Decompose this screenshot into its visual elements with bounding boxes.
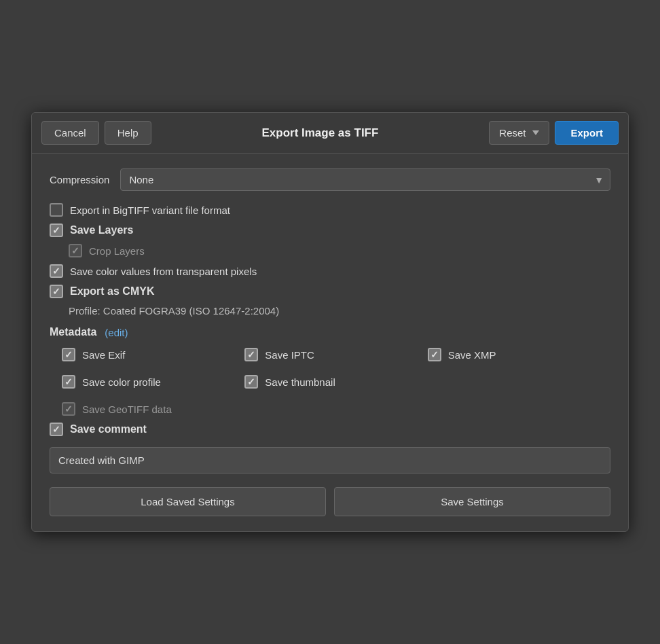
export-cmyk-row: Export as CMYK [50,285,610,298]
crop-layers-label: Crop Layers [89,245,145,257]
bigtiff-row: Export in BigTIFF variant file format [50,203,610,217]
crop-layers-row: Crop Layers [69,244,610,257]
bigtiff-checkbox[interactable] [50,203,63,217]
bigtiff-label: Export in BigTIFF variant file format [70,204,230,216]
save-xmp-row: Save XMP [428,348,610,361]
save-exif-row: Save Exif [62,348,244,361]
save-layers-checkbox[interactable] [50,223,63,237]
save-geotiff-label: Save GeoTIFF data [82,404,172,415]
save-xmp-label: Save XMP [448,349,496,361]
dialog-title: Export Image as TIFF [157,126,484,140]
save-geotiff-checkbox[interactable] [62,402,75,416]
save-iptc-row: Save IPTC [244,348,427,361]
save-settings-button[interactable]: Save Settings [334,487,610,516]
compression-row: Compression None LZW JPEG Deflate PackBi… [50,168,610,191]
compression-select-wrapper: None LZW JPEG Deflate PackBits ▼ [120,168,610,191]
compression-select[interactable]: None LZW JPEG Deflate PackBits [120,168,610,191]
metadata-header: Metadata (edit) [50,326,610,338]
compression-label: Compression [50,174,109,185]
reset-label: Reset [499,127,526,139]
export-cmyk-checkbox[interactable] [50,285,63,298]
comment-input[interactable] [50,447,610,473]
save-thumbnail-row: Save thumbnail [244,375,427,389]
metadata-grid-row2: Save color profile Save thumbnail [62,375,610,395]
save-thumbnail-label: Save thumbnail [265,376,335,388]
save-color-values-label: Save color values from transparent pixel… [70,266,257,277]
profile-text: Profile: Coated FOGRA39 (ISO 12647-2:200… [69,305,279,317]
save-comment-label: Save comment [70,423,147,435]
export-button[interactable]: Export [555,121,619,145]
crop-layers-checkbox[interactable] [69,244,82,257]
save-xmp-checkbox[interactable] [428,348,441,361]
profile-line: Profile: Coated FOGRA39 (ISO 12647-2:200… [69,305,610,317]
export-dialog: Cancel Help Export Image as TIFF Reset E… [31,112,629,532]
save-color-values-row: Save color values from transparent pixel… [50,264,610,278]
save-color-profile-label: Save color profile [82,376,161,388]
save-color-profile-row: Save color profile [62,375,244,389]
save-color-values-checkbox[interactable] [50,264,63,278]
export-cmyk-label: Export as CMYK [70,285,154,298]
cancel-button[interactable]: Cancel [41,121,99,145]
load-settings-button[interactable]: Load Saved Settings [50,487,326,516]
save-iptc-label: Save IPTC [265,349,314,361]
save-layers-label: Save Layers [70,224,133,236]
help-button[interactable]: Help [105,121,151,145]
chevron-down-icon [532,130,539,135]
save-color-profile-checkbox[interactable] [62,375,75,389]
dialog-header: Cancel Help Export Image as TIFF Reset E… [32,113,628,154]
metadata-title: Metadata [50,326,96,338]
save-geotiff-row: Save GeoTIFF data [62,402,610,416]
dialog-body: Compression None LZW JPEG Deflate PackBi… [32,154,628,531]
save-layers-row: Save Layers [50,223,610,237]
save-thumbnail-checkbox[interactable] [244,375,258,389]
dialog-footer: Load Saved Settings Save Settings [50,484,610,519]
save-exif-label: Save Exif [82,349,125,361]
save-exif-checkbox[interactable] [62,348,75,361]
save-comment-checkbox[interactable] [50,423,63,436]
metadata-grid-row1: Save Exif Save IPTC Save XMP [62,348,610,368]
reset-button[interactable]: Reset [489,121,549,145]
edit-link[interactable]: (edit) [105,327,128,338]
save-iptc-checkbox[interactable] [244,348,258,361]
save-comment-row: Save comment [50,423,610,436]
